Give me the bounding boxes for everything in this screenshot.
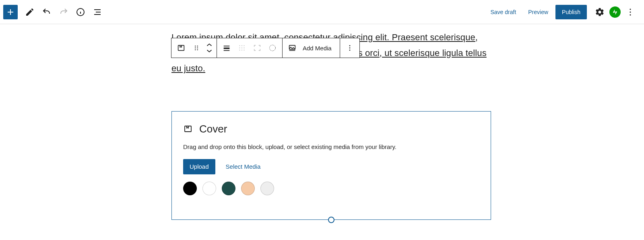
svg-point-2: [630, 11, 631, 12]
publish-button[interactable]: Publish: [555, 5, 587, 19]
add-block-button[interactable]: [3, 5, 18, 19]
svg-point-15: [242, 45, 242, 46]
header-right-tools: Save draft Preview Publish: [485, 5, 638, 19]
svg-point-10: [197, 49, 198, 50]
svg-rect-13: [224, 50, 230, 51]
color-swatch[interactable]: [260, 182, 274, 195]
svg-point-5: [195, 46, 196, 46]
dotted-circle-icon: [268, 43, 277, 52]
gear-icon: [595, 7, 605, 17]
header-left-tools: [3, 5, 105, 19]
info-icon: [76, 7, 85, 17]
outline-icon: [93, 7, 102, 17]
toolbar-group-more: [340, 38, 359, 58]
cover-block-description: Drag and drop onto this block, upload, o…: [183, 143, 479, 150]
jetpack-icon: [611, 8, 619, 16]
content-position-button[interactable]: [235, 41, 249, 55]
editor-header: Save draft Preview Publish: [0, 0, 644, 24]
svg-point-16: [244, 45, 244, 46]
color-swatch[interactable]: [202, 182, 216, 195]
svg-point-22: [244, 50, 244, 50]
svg-rect-28: [185, 126, 191, 132]
editor-canvas: Lorem ipsum dolor sit amet, consectetur …: [153, 30, 491, 220]
svg-rect-11: [224, 46, 230, 47]
settings-button[interactable]: [592, 5, 607, 19]
block-mover: [204, 41, 214, 54]
redo-icon: [59, 7, 68, 17]
svg-point-1: [630, 8, 631, 10]
svg-point-19: [244, 48, 244, 48]
move-down-button[interactable]: [202, 48, 217, 54]
color-swatch[interactable]: [241, 182, 255, 195]
svg-point-26: [349, 48, 350, 49]
more-vertical-icon: [625, 7, 635, 17]
upload-button[interactable]: Upload: [183, 159, 215, 174]
cover-actions: Upload Select Media: [183, 159, 479, 174]
select-media-button[interactable]: Select Media: [223, 163, 263, 170]
svg-point-20: [239, 50, 240, 50]
align-button[interactable]: [219, 41, 234, 55]
more-vertical-icon: [345, 43, 354, 52]
image-icon: [288, 43, 297, 52]
fullscreen-icon: [253, 43, 262, 52]
undo-icon: [42, 7, 52, 17]
cover-block[interactable]: Cover Drag and drop onto this block, upl…: [171, 111, 491, 220]
svg-point-14: [239, 45, 240, 46]
pencil-icon: [25, 7, 35, 17]
redo-button[interactable]: [56, 5, 71, 19]
cover-title-row: Cover: [183, 123, 479, 135]
toolbar-group-align: [217, 38, 283, 58]
block-type-button[interactable]: [174, 41, 188, 55]
plus-icon: [6, 7, 15, 17]
duotone-button[interactable]: [265, 41, 280, 55]
jetpack-button[interactable]: [609, 6, 621, 18]
edit-tool-button[interactable]: [23, 5, 37, 19]
color-swatch[interactable]: [222, 182, 235, 195]
toolbar-group-media: Add Media: [283, 38, 340, 58]
full-height-button[interactable]: [250, 41, 264, 55]
toolbar-group-block: [171, 38, 217, 58]
outline-button[interactable]: [90, 5, 105, 19]
cover-block-title: Cover: [199, 123, 227, 135]
svg-point-21: [242, 50, 242, 50]
color-swatch[interactable]: [183, 182, 197, 195]
color-swatches: [183, 182, 479, 195]
svg-point-17: [239, 48, 240, 48]
grid-dots-icon: [237, 43, 246, 52]
save-draft-button[interactable]: Save draft: [485, 5, 521, 19]
chevron-down-icon: [205, 47, 214, 56]
svg-point-27: [349, 50, 350, 51]
add-media-button[interactable]: Add Media: [300, 41, 337, 55]
svg-point-9: [195, 49, 196, 50]
cover-block-icon: [183, 124, 193, 134]
drag-icon: [192, 43, 201, 52]
media-icon-button[interactable]: [285, 41, 299, 55]
svg-point-7: [195, 48, 196, 48]
info-button[interactable]: [73, 5, 88, 19]
cover-block-icon: [177, 43, 186, 52]
svg-point-25: [349, 45, 350, 46]
svg-point-6: [197, 46, 198, 46]
undo-button[interactable]: [39, 5, 54, 19]
align-icon: [222, 43, 231, 52]
drag-handle[interactable]: [189, 41, 204, 55]
resize-handle[interactable]: [328, 217, 334, 223]
svg-rect-12: [224, 48, 230, 49]
more-options-button[interactable]: [623, 5, 638, 19]
svg-point-23: [270, 45, 276, 51]
svg-point-18: [242, 48, 242, 48]
svg-rect-4: [178, 46, 184, 51]
block-toolbar: Add Media: [171, 38, 360, 58]
svg-point-3: [630, 14, 631, 15]
svg-point-8: [197, 48, 198, 48]
block-more-button[interactable]: [343, 41, 357, 55]
preview-button[interactable]: Preview: [523, 5, 553, 19]
